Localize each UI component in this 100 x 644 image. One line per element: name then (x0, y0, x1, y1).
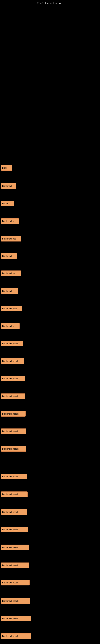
bottleneck-result-item: Bottleneck (1, 288, 18, 294)
bottleneck-result-item: Bottlen (1, 201, 14, 206)
bottleneck-result-item: Bottleneck result (1, 527, 28, 532)
bottleneck-result-item: Bottleneck result (1, 562, 29, 568)
bottleneck-result-item: Bottleneck result (1, 428, 26, 434)
bottleneck-result-item: Bottleneck result (1, 598, 30, 604)
site-title: TheBottlenecker.com (37, 2, 63, 5)
bottleneck-result-item: Bottleneck (1, 253, 17, 259)
bottleneck-result-item: Bottleneck result (1, 411, 26, 416)
bottleneck-result-item: Bottleneck r (1, 218, 19, 224)
bottleneck-result-item: Bottleneck result (1, 509, 27, 515)
bottleneck-result-item: Bottleneck (1, 183, 16, 189)
bottleneck-result-item: Bottleneck result (1, 492, 28, 497)
bottleneck-result-item: Bottleneck resu (1, 306, 22, 311)
bottleneck-result-item: Bottleneck result (1, 446, 26, 452)
bottleneck-result-item: Bottl (1, 165, 12, 171)
bottleneck-result-item: Bottleneck result (1, 544, 29, 550)
cursor-line-1 (1, 125, 2, 131)
bottleneck-result-item: Bottleneck result (1, 580, 30, 586)
bottleneck-result-item: Bottleneck result (1, 474, 27, 480)
bottleneck-result-item: Bottleneck res (1, 236, 21, 242)
bottleneck-result-item: Bottleneck result (1, 376, 25, 381)
bottleneck-result-item: Bottleneck r (1, 323, 20, 329)
cursor-line-2 (1, 149, 2, 155)
bottleneck-result-item: Bottleneck result (1, 341, 23, 346)
bottleneck-result-item: Bottleneck re (1, 270, 21, 276)
bottleneck-result-item: Bottleneck result (1, 394, 25, 399)
bottleneck-result-item: Bottleneck result (1, 616, 31, 621)
bottleneck-result-item: Bottleneck result (1, 358, 24, 364)
bottleneck-result-item: Bottleneck result (1, 633, 31, 639)
